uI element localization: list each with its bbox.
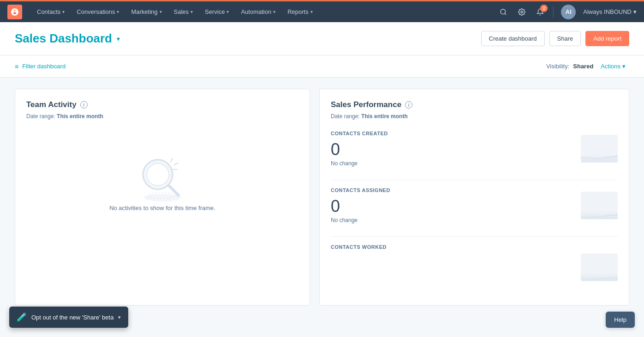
chevron-down-icon: ▾: [62, 9, 65, 14]
info-icon[interactable]: i: [405, 101, 412, 108]
contacts-created-chart: [581, 135, 618, 162]
user-menu[interactable]: Always INBOUND ▾: [583, 8, 637, 15]
contacts-created-value: 0: [331, 140, 388, 159]
svg-line-1: [505, 13, 506, 15]
svg-marker-13: [581, 277, 618, 281]
contacts-created-label: CONTACTS CREATED: [331, 131, 388, 136]
help-button[interactable]: Help: [606, 312, 635, 328]
notifications-button[interactable]: 2: [535, 6, 546, 18]
settings-button[interactable]: [516, 6, 527, 18]
nav-reports[interactable]: Reports ▾: [282, 6, 318, 18]
filter-dashboard-button[interactable]: ≡ Filter dashboard: [15, 63, 66, 70]
contacts-assigned-section: CONTACTS ASSIGNED 0 No change: [331, 187, 618, 223]
svg-line-7: [171, 158, 173, 162]
header-bar: Sales Dashboard ▾ Create dashboard Share…: [0, 22, 644, 55]
filter-bar: ≡ Filter dashboard Visibility: Shared Ac…: [0, 55, 644, 78]
team-activity-date-range: Date range: This entire month: [26, 113, 298, 120]
share-button[interactable]: Share: [549, 31, 581, 46]
add-report-button[interactable]: Add report: [585, 31, 629, 46]
chevron-down-icon: ▾: [622, 63, 626, 70]
contacts-worked-label: CONTACTS WORKED: [331, 244, 618, 250]
visibility-value: Shared: [573, 63, 593, 70]
notification-badge: 2: [540, 5, 548, 12]
sales-performance-card: Sales Performance i Date range: This ent…: [319, 89, 629, 306]
team-activity-empty-state: No activities to show for this time fram…: [26, 131, 298, 230]
contacts-assigned-chart: [581, 192, 618, 219]
chevron-down-icon: ▾: [227, 9, 229, 14]
nav-contacts[interactable]: Contacts ▾: [31, 6, 70, 18]
svg-point-0: [501, 9, 506, 14]
chevron-down-icon: ▾: [160, 9, 162, 14]
top-navigation: Contacts ▾ Conversations ▾ Marketing ▾ S…: [0, 0, 644, 22]
sales-performance-date-range: Date range: This entire month: [331, 113, 618, 120]
svg-point-2: [521, 11, 523, 13]
chevron-down-icon: ▾: [273, 9, 275, 14]
nav-automation[interactable]: Automation ▾: [235, 6, 281, 18]
chevron-down-icon: ▾: [117, 9, 119, 14]
nav-divider: [553, 6, 554, 18]
nav-marketing[interactable]: Marketing ▾: [125, 6, 167, 18]
separator-2: [331, 236, 618, 237]
contacts-created-section: CONTACTS CREATED 0 No change: [331, 131, 618, 167]
team-activity-card: Team Activity i Date range: This entire …: [15, 89, 310, 306]
empty-state-text: No activities to show for this time fram…: [109, 205, 215, 211]
svg-point-3: [144, 194, 181, 201]
beta-banner[interactable]: 🧪 Opt out of the new 'Share' beta ▾: [9, 307, 128, 328]
avatar[interactable]: AI: [561, 5, 576, 19]
contacts-assigned-value: 0: [331, 197, 390, 216]
info-icon[interactable]: i: [80, 101, 88, 108]
nav-conversations[interactable]: Conversations ▾: [71, 6, 125, 18]
chevron-down-icon: ▾: [633, 8, 637, 15]
svg-marker-12: [581, 215, 618, 219]
create-dashboard-button[interactable]: Create dashboard: [481, 31, 545, 46]
svg-point-5: [147, 163, 169, 186]
contacts-created-change: No change: [331, 160, 388, 167]
separator-1: [331, 180, 618, 180]
chevron-down-icon: ▾: [118, 314, 121, 320]
team-activity-title: Team Activity i: [26, 100, 298, 109]
sales-performance-title: Sales Performance i: [331, 100, 618, 109]
hubspot-logo[interactable]: [7, 5, 22, 19]
main-content: Team Activity i Date range: This entire …: [0, 78, 644, 317]
header-actions: Create dashboard Share Add report: [481, 31, 629, 46]
filter-icon: ≡: [15, 63, 18, 70]
nav-service[interactable]: Service ▾: [199, 6, 234, 18]
svg-line-6: [169, 186, 179, 195]
contacts-worked-chart: [581, 253, 618, 281]
empty-illustration: [130, 149, 195, 205]
chevron-down-icon: ▾: [191, 9, 193, 14]
actions-dropdown[interactable]: Actions ▾: [597, 61, 629, 72]
flask-icon: 🧪: [17, 312, 27, 322]
nav-right-actions: 2 AI Always INBOUND ▾: [498, 5, 637, 19]
svg-line-8: [174, 163, 178, 165]
dashboard-dropdown-icon[interactable]: ▾: [117, 35, 120, 42]
contacts-assigned-label: CONTACTS ASSIGNED: [331, 187, 390, 193]
nav-sales[interactable]: Sales ▾: [168, 6, 199, 18]
chevron-down-icon: ▾: [310, 9, 313, 14]
dashboard-title-area: Sales Dashboard ▾: [15, 31, 120, 46]
nav-items: Contacts ▾ Conversations ▾ Marketing ▾ S…: [31, 6, 498, 18]
contacts-assigned-change: No change: [331, 217, 390, 223]
svg-marker-11: [581, 156, 618, 162]
dashboard-title[interactable]: Sales Dashboard: [15, 31, 112, 46]
search-button[interactable]: [498, 6, 509, 18]
filter-right: Visibility: Shared Actions ▾: [546, 61, 629, 72]
contacts-worked-section: CONTACTS WORKED: [331, 244, 618, 281]
